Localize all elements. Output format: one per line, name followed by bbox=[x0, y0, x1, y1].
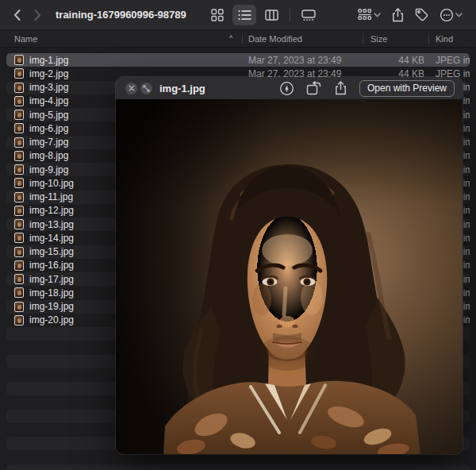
finder-window: training-1679960996-98789... bbox=[0, 0, 476, 470]
quicklook-title: img-1.jpg bbox=[159, 83, 205, 94]
file-thumbnail-icon bbox=[14, 110, 24, 120]
file-name: img-9.jpg bbox=[29, 164, 68, 175]
file-thumbnail-icon bbox=[14, 233, 24, 243]
file-thumbnail-icon bbox=[14, 206, 24, 216]
rotate-left-icon[interactable] bbox=[304, 79, 324, 97]
file-thumbnail-icon bbox=[14, 287, 24, 298]
file-name: img-3.jpg bbox=[29, 82, 68, 93]
file-name: img-4.jpg bbox=[29, 95, 68, 106]
file-thumbnail-icon bbox=[14, 68, 24, 79]
file-name: img-19.jpg bbox=[29, 301, 74, 312]
list-view-button[interactable] bbox=[232, 5, 256, 25]
file-name: img-8.jpg bbox=[29, 150, 68, 161]
file-name: img-6.jpg bbox=[29, 123, 68, 134]
file-thumbnail-icon bbox=[14, 123, 24, 133]
file-thumbnail-icon bbox=[14, 247, 24, 257]
column-header-date-modified[interactable]: Date Modified bbox=[248, 34, 302, 44]
toolbar: training-1679960996-98789... bbox=[0, 0, 476, 30]
file-name: img-20.jpg bbox=[29, 314, 74, 326]
file-name: img-2.jpg bbox=[29, 68, 68, 79]
file-name-cell: img-1.jpg bbox=[6, 55, 242, 66]
share-icon[interactable] bbox=[331, 79, 351, 97]
back-button[interactable] bbox=[6, 5, 27, 25]
file-name: img-12.jpg bbox=[29, 205, 74, 216]
toolbar-actions bbox=[352, 5, 468, 25]
file-thumbnail-icon bbox=[14, 96, 24, 106]
file-size: 44 KB bbox=[363, 55, 428, 66]
file-name: img-17.jpg bbox=[29, 274, 74, 285]
file-thumbnail-icon bbox=[14, 137, 24, 148]
quicklook-actions: Open with Preview bbox=[271, 79, 456, 97]
share-button[interactable] bbox=[386, 5, 409, 25]
forward-button[interactable] bbox=[27, 5, 48, 25]
file-name: img-5.jpg bbox=[29, 110, 68, 121]
expand-fullscreen-icon[interactable] bbox=[140, 83, 152, 94]
column-divider[interactable] bbox=[242, 33, 243, 44]
file-name: img-15.jpg bbox=[29, 246, 74, 257]
view-switcher bbox=[204, 5, 322, 25]
file-name: img-14.jpg bbox=[29, 233, 74, 244]
file-thumbnail-icon bbox=[14, 274, 24, 284]
column-header-kind[interactable]: Kind bbox=[436, 34, 453, 44]
file-date-modified: Mar 27, 2023 at 23:49 bbox=[242, 55, 363, 66]
file-name: img-18.jpg bbox=[29, 287, 74, 299]
sort-ascending-icon[interactable]: ^ bbox=[229, 34, 232, 42]
chevron-down-icon bbox=[455, 13, 463, 17]
file-thumbnail-icon bbox=[14, 164, 24, 175]
close-icon[interactable] bbox=[125, 83, 137, 94]
file-thumbnail-icon bbox=[14, 302, 24, 312]
file-name: img-13.jpg bbox=[29, 219, 74, 230]
chevron-down-icon bbox=[374, 13, 381, 17]
file-name: img-1.jpg bbox=[29, 55, 68, 66]
file-thumbnail-icon bbox=[14, 55, 24, 65]
column-header-name[interactable]: Name bbox=[14, 34, 37, 44]
quicklook-window: img-1.jpg bbox=[116, 77, 463, 454]
file-name: img-7.jpg bbox=[29, 137, 68, 148]
preview-image bbox=[116, 99, 463, 454]
file-thumbnail-icon bbox=[14, 178, 24, 188]
column-divider[interactable] bbox=[428, 33, 429, 44]
column-view-button[interactable] bbox=[259, 5, 283, 25]
column-header-size[interactable]: Size bbox=[370, 34, 387, 44]
file-name: img-10.jpg bbox=[29, 178, 74, 189]
open-with-preview-button[interactable]: Open with Preview bbox=[359, 80, 455, 97]
icon-view-button[interactable] bbox=[205, 5, 229, 25]
file-name: img-16.jpg bbox=[29, 260, 74, 271]
column-divider[interactable] bbox=[363, 33, 363, 44]
quicklook-titlebar[interactable]: img-1.jpg bbox=[116, 77, 463, 99]
file-row[interactable]: img-1.jpgMar 27, 2023 at 23:4944 KBJPEG … bbox=[6, 53, 470, 67]
file-thumbnail-icon bbox=[14, 151, 24, 161]
markup-pen-icon[interactable] bbox=[277, 79, 298, 97]
file-thumbnail-icon bbox=[14, 219, 24, 229]
file-name: img-11.jpg bbox=[29, 191, 73, 202]
toolbar-separator bbox=[290, 9, 290, 21]
portrait-photo bbox=[116, 99, 463, 454]
tag-button[interactable] bbox=[409, 5, 434, 25]
empty-row bbox=[6, 464, 470, 470]
file-thumbnail-icon bbox=[14, 260, 24, 271]
file-thumbnail-icon bbox=[14, 315, 24, 326]
file-thumbnail-icon bbox=[14, 83, 24, 93]
gallery-view-button[interactable] bbox=[297, 5, 321, 25]
group-by-button[interactable] bbox=[352, 5, 386, 25]
more-actions-button[interactable] bbox=[434, 5, 468, 25]
window-title: training-1679960996-98789... bbox=[56, 9, 186, 21]
file-thumbnail-icon bbox=[14, 192, 24, 202]
file-kind: JPEG image bbox=[428, 55, 470, 66]
column-header-row: Name ^ Date Modified Size Kind bbox=[0, 31, 476, 48]
